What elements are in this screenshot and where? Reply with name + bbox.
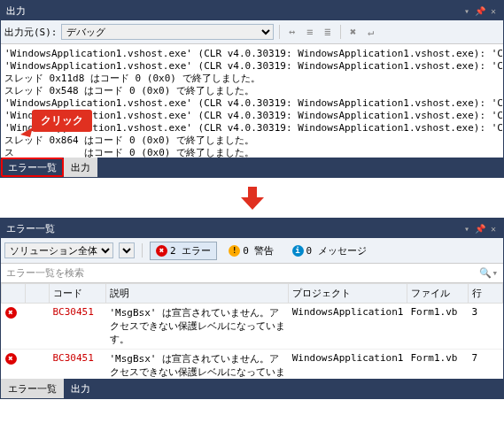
cell-desc: 'MsgBsx' は宣言されていません。アクセスできない保護レベルになっています… <box>106 304 289 350</box>
wrap-icon[interactable]: ↵ <box>364 25 378 39</box>
cell-file: Form1.vb <box>407 350 469 380</box>
col-file[interactable]: ファイル <box>407 284 469 304</box>
dropdown-icon[interactable]: ▾ <box>462 224 471 234</box>
table-row[interactable]: ✖ BC30451 'MsgBsx' は宣言されていません。アクセスできない保護… <box>2 304 503 350</box>
output-toolbar: 出力元(S): デバッグ ↔ ≡ ≣ ✖ ↵ <box>1 20 503 44</box>
error-grid: コード 説明 プロジェクト ファイル 行 ✖ BC30451 'MsgBsx' … <box>1 283 503 379</box>
output-tabs: エラー一覧 出力 <box>1 158 503 177</box>
output-titlebar: 出力 ▾ 📌 ✕ <box>1 1 503 20</box>
tab-error-list[interactable]: エラー一覧 <box>1 379 64 398</box>
errors-count: 2 エラー <box>170 244 211 258</box>
source-label: 出力元(S): <box>4 26 58 39</box>
indent-icon[interactable]: ≣ <box>321 25 335 39</box>
click-callout: クリック <box>32 110 92 132</box>
dropdown-icon[interactable]: ▾ <box>462 6 471 16</box>
messages-badge[interactable]: i0 メッセージ <box>286 242 373 260</box>
col-icon[interactable] <box>2 284 26 304</box>
separator <box>279 25 280 39</box>
cell-code: BC30451 <box>50 350 106 380</box>
source-select[interactable]: デバッグ <box>61 24 274 40</box>
col-desc[interactable]: 説明 <box>106 284 289 304</box>
search-icon[interactable]: 🔍▾ <box>479 267 498 279</box>
error-icon: ✖ <box>156 245 167 257</box>
tab-output[interactable]: 出力 <box>64 379 97 398</box>
cell-code: BC30451 <box>50 304 106 350</box>
warnings-count: 0 警告 <box>243 244 274 258</box>
separator <box>142 243 143 258</box>
scope-select[interactable]: ソリューション全体 <box>4 242 113 258</box>
lines-icon[interactable]: ≡ <box>303 25 317 39</box>
search-placeholder: エラー一覧を検索 <box>6 266 84 280</box>
col-project[interactable]: プロジェクト <box>289 284 407 304</box>
close-icon[interactable]: ✕ <box>489 6 498 16</box>
col-code[interactable]: コード <box>50 284 106 304</box>
arrow-down-icon <box>0 178 504 218</box>
error-tabs: エラー一覧 出力 <box>1 379 503 398</box>
pin-icon[interactable]: 📌 <box>473 224 487 234</box>
error-list-panel: エラー一覧 ▾ 📌 ✕ ソリューション全体 ✖2 エラー !0 警告 i0 メッ… <box>0 218 504 399</box>
cell-line: 3 <box>469 304 503 350</box>
errors-badge[interactable]: ✖2 エラー <box>150 242 217 260</box>
error-title: エラー一覧 <box>6 222 55 235</box>
clear-icon[interactable]: ✖ <box>346 25 361 39</box>
cell-line: 7 <box>469 350 503 380</box>
console-output[interactable]: 'WindowsApplication1.vshost.exe' (CLR v4… <box>1 44 503 158</box>
close-icon[interactable]: ✕ <box>489 224 498 234</box>
col-blank[interactable] <box>26 284 50 304</box>
warnings-badge[interactable]: !0 警告 <box>222 242 280 260</box>
error-icon: ✖ <box>5 353 17 365</box>
filter-select[interactable] <box>119 242 135 258</box>
error-grid-container: コード 説明 プロジェクト ファイル 行 ✖ BC30451 'MsgBsx' … <box>1 283 503 379</box>
tab-error-list[interactable]: エラー一覧 <box>1 158 64 177</box>
table-row[interactable]: ✖ BC30451 'MsgBsx' は宣言されていません。アクセスできない保護… <box>2 350 503 380</box>
col-line[interactable]: 行 <box>469 284 503 304</box>
separator <box>340 25 341 39</box>
warning-icon: ! <box>229 245 240 257</box>
error-icon: ✖ <box>5 307 17 319</box>
search-row[interactable]: エラー一覧を検索 🔍▾ <box>1 264 503 283</box>
cell-project: WindowsApplication1 <box>289 350 407 380</box>
error-toolbar: ソリューション全体 ✖2 エラー !0 警告 i0 メッセージ <box>1 238 503 264</box>
pin-icon[interactable]: 📌 <box>473 6 487 16</box>
output-title: 出力 <box>6 4 26 18</box>
cell-desc: 'MsgBsx' は宣言されていません。アクセスできない保護レベルになっています… <box>106 350 289 380</box>
cell-project: WindowsApplication1 <box>289 304 407 350</box>
tab-output[interactable]: 出力 <box>64 158 97 177</box>
find-icon[interactable]: ↔ <box>285 25 299 39</box>
output-panel: 出力 ▾ 📌 ✕ 出力元(S): デバッグ ↔ ≡ ≣ ✖ ↵ 'Windows… <box>0 0 504 178</box>
messages-count: 0 メッセージ <box>306 244 367 258</box>
cell-file: Form1.vb <box>407 304 469 350</box>
error-titlebar: エラー一覧 ▾ 📌 ✕ <box>1 219 503 238</box>
info-icon: i <box>292 245 304 257</box>
